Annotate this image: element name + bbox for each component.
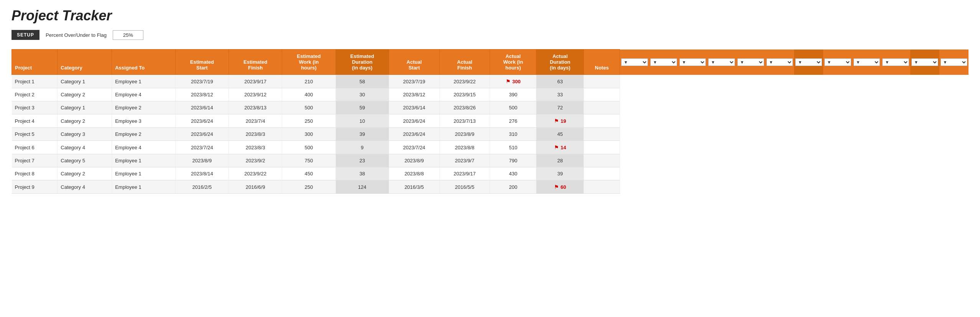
filter-assigned[interactable]: ▼: [678, 50, 707, 75]
setup-button[interactable]: SETUP: [12, 30, 39, 40]
col-act-work: ActualWork (inhours): [490, 50, 536, 75]
cell-act_start: 2023/6/24: [389, 114, 439, 128]
cell-notes: [584, 128, 620, 141]
cell-act_start: 2023/7/24: [389, 141, 439, 154]
cell-est_finish: 2023/7/4: [229, 114, 282, 128]
filter-act-finish-select[interactable]: ▼: [853, 58, 880, 66]
cell-act_finish: 2023/8/8: [439, 141, 490, 154]
filter-est-finish-select[interactable]: ▼: [737, 58, 764, 66]
col-est-start: EstimatedStart: [175, 50, 229, 75]
table-row: Project 8Category 2Employee 12023/8/1420…: [12, 167, 968, 180]
cell-est_start: 2023/6/24: [175, 128, 229, 141]
cell-act_duration: 45: [536, 128, 584, 141]
cell-est_finish: 2023/8/3: [229, 141, 282, 154]
flagged-value: 300: [512, 79, 521, 84]
cell-notes: [584, 154, 620, 167]
cell-project: Project 1: [12, 75, 58, 88]
filter-est-duration-select[interactable]: ▼: [795, 58, 822, 66]
col-act-start: ActualStart: [389, 50, 439, 75]
filter-category[interactable]: ▼: [649, 50, 678, 75]
filter-project-select[interactable]: ▼: [621, 58, 648, 66]
cell-act_finish: 2023/8/26: [439, 101, 490, 114]
cell-est_duration: 124: [335, 180, 389, 194]
cell-act_start: 2023/8/8: [389, 167, 439, 180]
cell-project: Project 8: [12, 167, 58, 180]
cell-project: Project 5: [12, 128, 58, 141]
cell-act_finish: 2023/8/9: [439, 128, 490, 141]
percent-input[interactable]: [113, 30, 143, 40]
flagged-value: 14: [561, 145, 566, 150]
cell-act_finish: 2023/9/7: [439, 154, 490, 167]
filter-est-work[interactable]: ▼: [765, 50, 794, 75]
filter-est-start[interactable]: ▼: [707, 50, 736, 75]
table-row: Project 1Category 1Employee 12023/7/1920…: [12, 75, 968, 88]
project-table: Project Category Assigned To EstimatedSt…: [12, 49, 968, 194]
cell-act_duration: 72: [536, 101, 584, 114]
cell-assigned_to: Employee 2: [112, 128, 176, 141]
cell-est_start: 2023/8/14: [175, 167, 229, 180]
cell-assigned_to: Employee 1: [112, 75, 176, 88]
filter-category-select[interactable]: ▼: [650, 58, 677, 66]
percent-label: Percent Over/Under to Flag: [46, 32, 107, 38]
cell-project: Project 9: [12, 180, 58, 194]
cell-project: Project 2: [12, 88, 58, 101]
cell-project: Project 6: [12, 141, 58, 154]
filter-act-finish[interactable]: ▼: [852, 50, 881, 75]
cell-act_duration: ⚑19: [536, 114, 584, 128]
cell-act_start: 2016/3/5: [389, 180, 439, 194]
cell-est_work: 250: [282, 114, 335, 128]
setup-bar: SETUP Percent Over/Under to Flag: [12, 30, 968, 40]
cell-act_work: 276: [490, 114, 536, 128]
cell-category: Category 1: [58, 101, 112, 114]
table-row: Project 9Category 4Employee 12016/2/5201…: [12, 180, 968, 194]
cell-act_work: 200: [490, 180, 536, 194]
cell-act_duration: ⚑14: [536, 141, 584, 154]
filter-act-duration[interactable]: ▼: [910, 50, 939, 75]
col-act-finish: ActualFinish: [439, 50, 490, 75]
table-row: Project 4Category 2Employee 32023/6/2420…: [12, 114, 968, 128]
cell-project: Project 7: [12, 154, 58, 167]
cell-assigned_to: Employee 1: [112, 167, 176, 180]
filter-est-start-select[interactable]: ▼: [708, 58, 735, 66]
cell-act_finish: 2023/9/15: [439, 88, 490, 101]
cell-act_duration: 28: [536, 154, 584, 167]
filter-est-work-select[interactable]: ▼: [766, 58, 793, 66]
filter-est-finish[interactable]: ▼: [736, 50, 765, 75]
cell-est_start: 2023/8/12: [175, 88, 229, 101]
cell-assigned_to: Employee 4: [112, 88, 176, 101]
filter-assigned-select[interactable]: ▼: [679, 58, 706, 66]
cell-est_work: 400: [282, 88, 335, 101]
cell-est_duration: 39: [335, 128, 389, 141]
page-title: Project Tracker: [12, 8, 968, 24]
col-notes: Notes: [584, 50, 620, 75]
filter-notes[interactable]: ▼: [939, 50, 968, 75]
filter-act-duration-select[interactable]: ▼: [911, 58, 938, 66]
table-row: Project 5Category 3Employee 22023/6/2420…: [12, 128, 968, 141]
cell-assigned_to: Employee 3: [112, 114, 176, 128]
cell-category: Category 2: [58, 88, 112, 101]
cell-act_work: 390: [490, 88, 536, 101]
col-est-finish: EstimatedFinish: [229, 50, 282, 75]
filter-notes-select[interactable]: ▼: [941, 58, 967, 66]
cell-act_work: 790: [490, 154, 536, 167]
cell-notes: [584, 114, 620, 128]
cell-notes: [584, 101, 620, 114]
filter-act-work[interactable]: ▼: [881, 50, 910, 75]
cell-category: Category 4: [58, 141, 112, 154]
filter-est-duration[interactable]: ▼: [794, 50, 823, 75]
filter-project[interactable]: ▼: [620, 50, 649, 75]
cell-est_finish: 2016/6/9: [229, 180, 282, 194]
cell-est_finish: 2023/8/3: [229, 128, 282, 141]
filter-act-start[interactable]: ▼: [823, 50, 852, 75]
cell-est_work: 500: [282, 101, 335, 114]
cell-act_duration: 33: [536, 88, 584, 101]
cell-est_finish: 2023/9/17: [229, 75, 282, 88]
table-row: Project 3Category 1Employee 22023/6/1420…: [12, 101, 968, 114]
flagged-value: 19: [561, 118, 566, 124]
filter-act-work-select[interactable]: ▼: [882, 58, 909, 66]
cell-est_finish: 2023/9/2: [229, 154, 282, 167]
flag-icon: ⚑: [554, 184, 559, 190]
flag-icon: ⚑: [506, 78, 511, 84]
filter-act-start-select[interactable]: ▼: [824, 58, 851, 66]
cell-assigned_to: Employee 1: [112, 154, 176, 167]
